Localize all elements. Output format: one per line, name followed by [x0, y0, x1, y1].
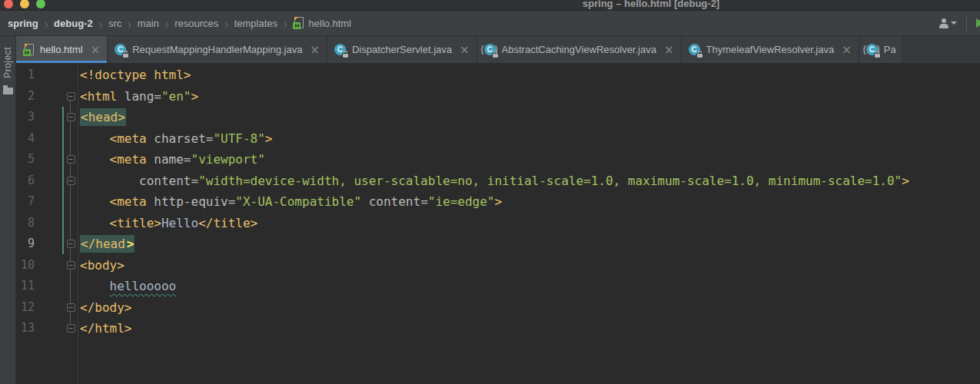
code-editor[interactable]: 1<!doctype html>2−<html lang="en">3−<hea… — [16, 64, 980, 384]
code-line[interactable]: 1<!doctype html> — [16, 65, 980, 86]
breadcrumb-item-label: resources — [174, 18, 218, 29]
project-tool-window-button[interactable]: Project — [2, 47, 13, 78]
editor-tab[interactable]: H hello.html× — [16, 36, 108, 63]
code-token: "width=device-width, user-scalable=no, i… — [198, 174, 902, 188]
code-line[interactable]: 13−</html> — [16, 318, 980, 339]
editor-tab[interactable]: C ThymeleafViewResolver.java× — [682, 36, 859, 63]
code-text: </body> — [78, 297, 980, 319]
close-tab-icon[interactable]: × — [91, 46, 101, 54]
breadcrumb-item[interactable]: src — [108, 18, 121, 29]
code-token: > — [494, 194, 502, 209]
typo-token: hellooooo — [110, 279, 177, 293]
code-token: > — [126, 235, 135, 253]
breadcrumb-item-label: spring — [8, 18, 38, 29]
fold-collapse-icon[interactable]: − — [67, 92, 75, 101]
editor-tab[interactable]: C DispatcherServlet.java× — [327, 36, 477, 63]
gutter-spacer — [35, 191, 64, 213]
close-tab-icon[interactable]: × — [842, 46, 852, 54]
breadcrumb-item[interactable]: spring — [8, 18, 38, 29]
fold-column: − — [64, 107, 78, 128]
user-icon — [938, 18, 949, 28]
lock-icon — [697, 51, 703, 58]
fold-end-icon[interactable]: − — [67, 303, 75, 312]
toolbar-separator — [966, 15, 967, 31]
html-file-icon: H — [293, 17, 304, 29]
fold-column — [64, 213, 78, 234]
zoom-window-button[interactable] — [36, 0, 45, 8]
fold-collapse-icon[interactable]: − — [67, 155, 75, 164]
code-text: <head> — [78, 107, 980, 128]
code-line[interactable]: 6− content="width=device-width, user-sca… — [16, 170, 980, 192]
fold-column: − — [64, 86, 78, 108]
code-token: </head — [80, 235, 126, 253]
close-tab-icon[interactable]: × — [460, 46, 470, 54]
code-token: <body> — [80, 258, 125, 273]
code-line[interactable]: 12−</body> — [16, 297, 980, 319]
editor-tab[interactable]: C ()AbstractCachingViewResolver.java× — [477, 36, 682, 63]
lock-icon — [343, 51, 348, 58]
fold-collapse-icon[interactable]: − — [67, 113, 75, 121]
code-line[interactable]: 5− <meta name="viewport" — [16, 149, 980, 170]
editor-tab[interactable]: C ()Pa — [859, 36, 902, 63]
editor-tab[interactable]: C RequestMappingHandlerMapping.java× — [108, 36, 327, 63]
fold-column: − — [64, 318, 78, 339]
gutter-spacer — [35, 170, 64, 192]
code-line[interactable]: 10−<body> — [16, 255, 980, 276]
fold-column: − — [64, 170, 78, 192]
fold-column: − — [64, 149, 78, 170]
window-title: spring – hello.html [debug-2] — [583, 0, 719, 9]
tab-label: hello.html — [40, 44, 83, 55]
code-token — [361, 194, 369, 209]
code-line[interactable]: 7 <meta http-equiv="X-UA-Compatible" con… — [16, 191, 980, 213]
close-tab-icon[interactable]: × — [664, 46, 674, 54]
code-token: </title> — [198, 216, 257, 230]
active-tab-underline — [16, 61, 107, 63]
breadcrumb-item[interactable]: templates — [234, 18, 277, 29]
fold-column — [64, 276, 78, 297]
code-line[interactable]: 4 <meta charset="UTF-8"> — [16, 128, 980, 150]
folder-icon[interactable] — [3, 88, 13, 94]
close-tab-icon[interactable]: × — [310, 46, 320, 54]
code-text: content="width=device-width, user-scalab… — [78, 170, 980, 192]
line-number: 1 — [16, 65, 35, 86]
gutter-spacer — [35, 149, 64, 170]
code-token: <head> — [80, 108, 126, 126]
run-button[interactable] — [976, 18, 980, 28]
code-text: </head> — [78, 233, 980, 255]
breadcrumb-item[interactable]: main — [138, 18, 159, 29]
gutter-spacer — [35, 233, 64, 255]
breadcrumb-item[interactable]: debug-2 — [54, 18, 93, 29]
code-text: <!doctype html> — [78, 65, 980, 86]
title-bar: spring – hello.html [debug-2] — [0, 0, 980, 11]
code-token: "ie=edge" — [428, 194, 495, 209]
tab-label: AbstractCachingViewResolver.java — [502, 44, 656, 55]
code-token: <meta — [110, 131, 154, 146]
close-window-button[interactable] — [4, 0, 13, 8]
minimize-window-button[interactable] — [20, 0, 29, 8]
gutter-spacer — [35, 255, 64, 276]
code-line[interactable]: 2−<html lang="en"> — [16, 86, 980, 108]
line-number: 4 — [16, 128, 35, 150]
line-number: 10 — [16, 255, 35, 276]
code-lines: 1<!doctype html>2−<html lang="en">3−<hea… — [16, 64, 980, 384]
code-text: <body> — [78, 255, 980, 276]
breadcrumb-item-label: hello.html — [308, 18, 351, 29]
breadcrumb-item[interactable]: H hello.html — [293, 17, 351, 29]
breadcrumb: spring›debug-2›src›main›resources›templa… — [8, 17, 351, 29]
code-line[interactable]: 9−</head> — [16, 233, 980, 255]
code-line[interactable]: 11 hellooooo — [16, 276, 980, 297]
code-token: <meta — [110, 152, 154, 167]
fold-end-icon[interactable]: − — [67, 177, 75, 185]
fold-column — [64, 65, 78, 86]
code-token: Hello — [161, 216, 198, 230]
fold-end-icon[interactable]: − — [67, 324, 75, 333]
paren-left: ( — [863, 44, 866, 55]
fold-collapse-icon[interactable]: − — [67, 261, 75, 270]
fold-end-icon[interactable]: − — [67, 240, 75, 248]
caret-down-icon — [951, 22, 957, 25]
code-line[interactable]: 3−<head> — [16, 107, 980, 128]
user-menu-button[interactable] — [938, 18, 957, 28]
breadcrumb-item[interactable]: resources — [174, 18, 218, 29]
code-token — [80, 152, 110, 167]
code-line[interactable]: 8 <title>Hello</title> — [16, 213, 980, 234]
